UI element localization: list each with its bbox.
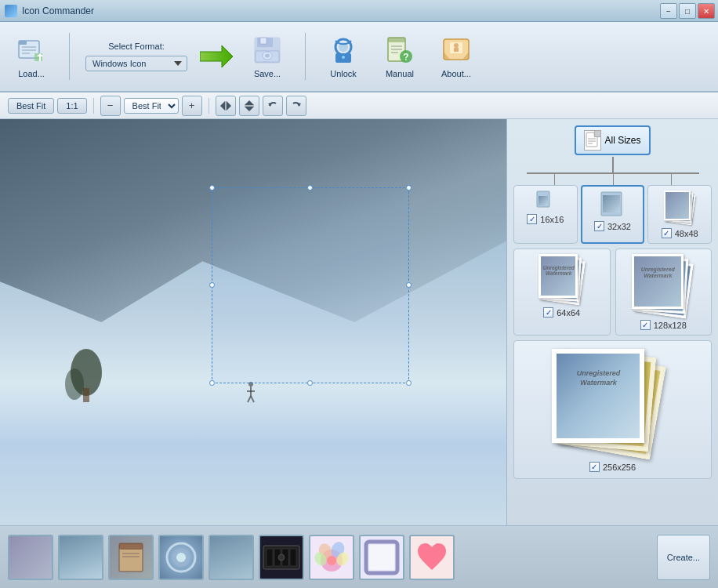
unlock-icon bbox=[328, 34, 359, 66]
svg-marker-49 bbox=[594, 132, 597, 136]
preview-256: UnregisteredWatermark bbox=[550, 347, 676, 457]
best-fit-button[interactable]: Best Fit bbox=[8, 98, 54, 114]
checkbox-16[interactable]: ✓ bbox=[527, 214, 537, 224]
size-cell-16[interactable]: ✓ 16x16 bbox=[513, 185, 578, 244]
flip-h-button[interactable] bbox=[216, 96, 236, 116]
size-label-48: ✓ 48x48 bbox=[662, 228, 698, 238]
checkbox-32[interactable]: ✓ bbox=[594, 221, 604, 231]
size-cell-256[interactable]: UnregisteredWatermark ✓ 256x256 bbox=[513, 340, 712, 479]
image-canvas bbox=[0, 119, 506, 525]
about-button[interactable]: About... bbox=[434, 31, 478, 82]
thumbnail-5[interactable] bbox=[209, 535, 254, 580]
main-content: All Sizes bbox=[0, 119, 718, 525]
save-icon bbox=[252, 34, 283, 66]
svg-point-75 bbox=[327, 556, 336, 565]
preview-16 bbox=[536, 191, 555, 211]
thumbnail-9[interactable] bbox=[409, 535, 455, 580]
svg-point-43 bbox=[248, 382, 253, 387]
zoom-sep-2 bbox=[209, 98, 209, 114]
manual-button[interactable]: ? Manual bbox=[378, 31, 422, 82]
about-icon bbox=[441, 34, 472, 66]
app-icon bbox=[5, 5, 17, 17]
svg-rect-58 bbox=[119, 543, 143, 550]
svg-line-47 bbox=[251, 396, 254, 402]
thumbnail-3[interactable] bbox=[108, 535, 154, 580]
svg-rect-42 bbox=[83, 388, 89, 402]
size-label-16: ✓ 16x16 bbox=[527, 214, 564, 224]
zoom-in-button[interactable]: + bbox=[182, 96, 202, 116]
zoom-sep-1 bbox=[93, 98, 94, 114]
svg-marker-35 bbox=[245, 100, 254, 105]
format-dropdown[interactable]: Windows Icon PNG BMP ICO bbox=[85, 56, 187, 71]
right-panel: All Sizes bbox=[506, 119, 718, 525]
title-bar: Icon Commander − □ ✕ bbox=[0, 0, 718, 22]
thumbnail-8[interactable] bbox=[359, 535, 404, 580]
size-cell-32[interactable]: ✓ 32x32 bbox=[581, 185, 645, 244]
thumbnail-7[interactable] bbox=[309, 535, 354, 580]
thumbnail-4[interactable] bbox=[158, 535, 204, 580]
thumbnail-1[interactable] bbox=[8, 535, 53, 580]
svg-line-46 bbox=[248, 396, 251, 402]
checkbox-256[interactable]: ✓ bbox=[589, 462, 600, 472]
svg-rect-68 bbox=[290, 549, 296, 566]
size-tree: All Sizes bbox=[513, 125, 712, 479]
toolbar: Load... Select Format: Windows Icon PNG … bbox=[0, 22, 718, 93]
svg-rect-31 bbox=[454, 48, 459, 52]
sep-2 bbox=[305, 33, 306, 80]
app-title: Icon Commander bbox=[22, 5, 94, 16]
svg-marker-33 bbox=[227, 101, 231, 111]
manual-icon: ? bbox=[384, 34, 415, 66]
thumbnail-strip: Create... bbox=[0, 525, 718, 588]
manual-label: Manual bbox=[386, 69, 414, 78]
svg-point-14 bbox=[265, 54, 270, 58]
convert-arrow[interactable] bbox=[200, 40, 233, 73]
preview-128: UnregisteredWatermark bbox=[632, 254, 694, 317]
save-button[interactable]: Save... bbox=[245, 31, 289, 82]
flip-v-button[interactable] bbox=[239, 96, 259, 116]
svg-rect-77 bbox=[369, 545, 394, 570]
rotate-cw-button[interactable] bbox=[286, 96, 306, 116]
load-icon bbox=[16, 34, 47, 66]
svg-marker-8 bbox=[200, 45, 233, 67]
size-label-32: ✓ 32x32 bbox=[594, 221, 631, 231]
checkbox-48[interactable]: ✓ bbox=[662, 228, 672, 238]
window-controls: − □ ✕ bbox=[660, 3, 715, 19]
size-label-256: ✓ 256x256 bbox=[589, 462, 636, 472]
size-label-64: ✓ 64x64 bbox=[543, 307, 580, 318]
preview-32 bbox=[600, 191, 624, 218]
thumbnail-2[interactable] bbox=[58, 535, 103, 580]
preview-64: UnregisteredWatermark bbox=[538, 254, 586, 304]
minimize-button[interactable]: − bbox=[660, 3, 677, 19]
svg-rect-54 bbox=[538, 196, 548, 205]
size-cell-64[interactable]: UnregisteredWatermark ✓ 64x64 bbox=[513, 249, 611, 336]
svg-rect-20 bbox=[388, 38, 405, 42]
unlock-button[interactable]: Unlock bbox=[321, 31, 365, 82]
svg-text:?: ? bbox=[403, 52, 408, 63]
thumbnail-6[interactable] bbox=[259, 535, 304, 580]
zoom-out-button[interactable]: − bbox=[100, 96, 121, 116]
unlock-label: Unlock bbox=[330, 69, 357, 78]
one-to-one-button[interactable]: 1:1 bbox=[57, 98, 86, 114]
size-cell-48[interactable]: ✓ 48x48 bbox=[647, 185, 712, 244]
checkbox-64[interactable]: ✓ bbox=[543, 307, 553, 318]
svg-point-41 bbox=[65, 368, 84, 400]
svg-point-18 bbox=[342, 56, 345, 59]
svg-marker-38 bbox=[268, 103, 272, 107]
all-sizes-icon bbox=[584, 130, 601, 151]
maximize-button[interactable]: □ bbox=[679, 3, 696, 19]
save-label: Save... bbox=[254, 69, 281, 78]
create-button[interactable]: Create... bbox=[657, 535, 710, 580]
svg-marker-39 bbox=[297, 103, 301, 107]
load-label: Load... bbox=[18, 69, 45, 78]
rotate-ccw-button[interactable] bbox=[263, 96, 283, 116]
checkbox-128[interactable]: ✓ bbox=[640, 320, 651, 330]
about-label: About... bbox=[441, 69, 471, 78]
all-sizes-node[interactable]: All Sizes bbox=[575, 125, 650, 155]
load-button[interactable]: Load... bbox=[9, 31, 53, 82]
zoom-select[interactable]: Best Fit 25% 50% 100% 200% bbox=[124, 98, 179, 114]
svg-rect-11 bbox=[260, 38, 267, 44]
size-cell-128[interactable]: UnregisteredWatermark ✓ 128x128 bbox=[615, 249, 713, 336]
canvas-area[interactable] bbox=[0, 119, 506, 525]
zoom-toolbar: Best Fit 1:1 − Best Fit 25% 50% 100% 200… bbox=[0, 93, 718, 119]
close-button[interactable]: ✕ bbox=[698, 3, 715, 19]
